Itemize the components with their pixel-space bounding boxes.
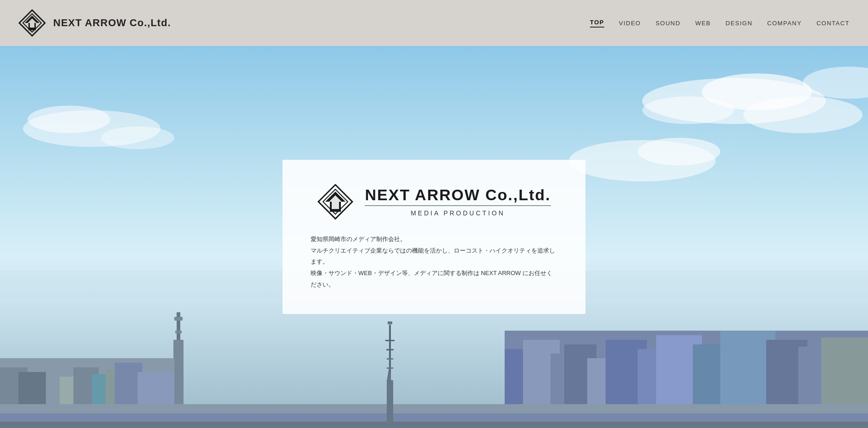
card-desc-line2: マルチクリエイティブ企業ならではの機能を活かし、ローコスト・ハイクオリティを追求… xyxy=(311,245,557,268)
card-title-group: NEXT ARROW Co.,Ltd. MEDIA PRODUCTION xyxy=(365,187,551,217)
site-logo-text: NEXT ARROW Co.,Ltd. xyxy=(53,17,171,29)
card-description: 愛知県岡崎市のメディア制作会社。 マルチクリエイティブ企業ならではの機能を活かし… xyxy=(311,234,557,290)
hero-card: NEXT ARROW Co.,Ltd. MEDIA PRODUCTION 愛知県… xyxy=(283,160,585,314)
nav-contact[interactable]: CONTACT xyxy=(817,20,850,27)
nav-video[interactable]: VIDEO xyxy=(619,20,641,27)
nav-sound[interactable]: SOUND xyxy=(656,20,680,27)
card-sub-title: MEDIA PRODUCTION xyxy=(411,209,505,217)
nav-design[interactable]: DESIGN xyxy=(726,20,753,27)
card-desc-line1: 愛知県岡崎市のメディア制作会社。 xyxy=(311,234,557,245)
logo-icon xyxy=(18,9,46,37)
card-main-title: NEXT ARROW Co.,Ltd. xyxy=(365,187,551,206)
card-logo: NEXT ARROW Co.,Ltd. MEDIA PRODUCTION xyxy=(317,183,551,220)
site-header: NEXT ARROW Co.,Ltd. TOP VIDEO SOUND WEB … xyxy=(0,0,868,46)
nav-top[interactable]: TOP xyxy=(590,19,604,28)
logo-area: NEXT ARROW Co.,Ltd. xyxy=(18,9,171,37)
hero-section: NEXT ARROW Co.,Ltd. MEDIA PRODUCTION 愛知県… xyxy=(0,46,868,428)
card-logo-icon xyxy=(317,183,354,220)
nav-company[interactable]: COMPANY xyxy=(767,20,801,27)
main-nav: TOP VIDEO SOUND WEB DESIGN COMPANY CONTA… xyxy=(590,19,850,28)
card-desc-line3: 映像・サウンド・WEB・デザイン等、メディアに関する制作は NEXT ARROW… xyxy=(311,268,557,290)
nav-web[interactable]: WEB xyxy=(695,20,711,27)
